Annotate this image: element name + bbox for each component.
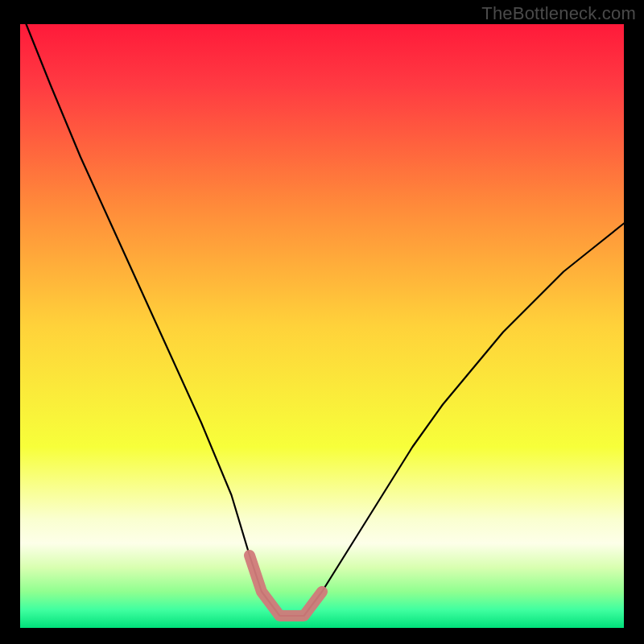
chart-stage: TheBottleneck.com [0,0,644,644]
plot-background [20,24,624,628]
bottleneck-chart [0,0,644,644]
watermark-text: TheBottleneck.com [481,3,636,24]
